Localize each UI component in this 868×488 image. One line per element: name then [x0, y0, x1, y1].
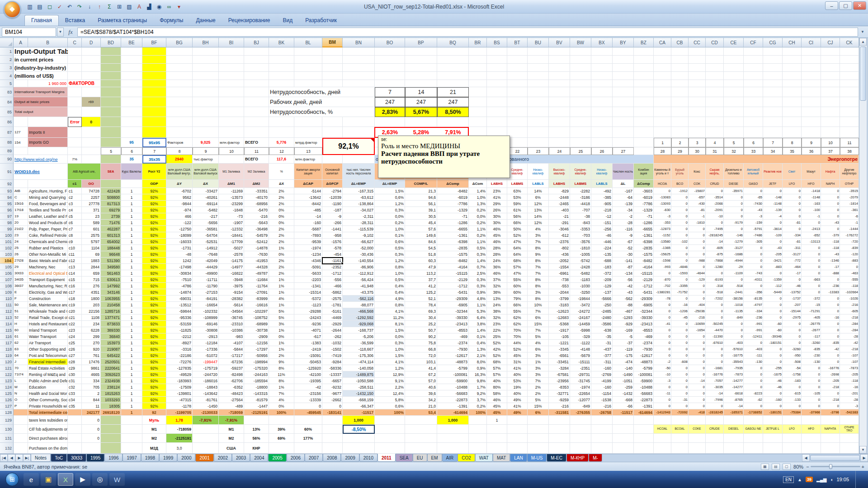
cell[interactable]: -12039 — [322, 194, 343, 201]
cell[interactable]: -4071 — [294, 327, 322, 333]
cell[interactable]: 5,776 — [269, 138, 294, 147]
row-header-89[interactable]: 89 — [0, 147, 14, 155]
cell[interactable]: 21,0 — [405, 403, 437, 409]
cell[interactable]: -3035 — [706, 384, 724, 390]
cell[interactable] — [101, 97, 121, 107]
cell[interactable]: 0 — [821, 327, 840, 333]
cell[interactable]: -356 — [744, 289, 763, 296]
cell[interactable]: -1 — [689, 213, 706, 220]
cell[interactable]: -119 — [613, 346, 634, 352]
cell[interactable]: -12617 — [437, 352, 469, 359]
cell[interactable]: 0 — [763, 220, 783, 226]
cell[interactable] — [101, 64, 121, 72]
cell[interactable] — [219, 47, 244, 56]
cell[interactable] — [634, 443, 654, 454]
cell[interactable]: -1 — [802, 213, 821, 220]
cell[interactable]: 18305 — [101, 403, 121, 409]
cell[interactable]: 1 — [121, 397, 142, 403]
cell[interactable]: -489 — [219, 403, 244, 409]
cell[interactable]: -835 — [821, 340, 840, 346]
cell[interactable]: -3472 — [570, 302, 591, 308]
cell[interactable]: -1712 — [322, 270, 343, 277]
cell[interactable]: -139801 — [166, 390, 193, 397]
cell[interactable]: -3421 — [763, 258, 783, 264]
cell[interactable]: -230 — [802, 352, 821, 359]
cell[interactable]: -5431 — [634, 289, 654, 296]
cell[interactable]: NAPHTA — [821, 425, 840, 434]
cell[interactable]: -10 — [654, 371, 671, 378]
column-header-BV[interactable]: BV — [549, 38, 570, 47]
cell[interactable] — [671, 107, 689, 117]
cell[interactable]: 21t22 — [14, 226, 28, 232]
cell[interactable]: -73 — [219, 213, 244, 220]
cell[interactable]: 57% — [507, 264, 528, 270]
cell[interactable]: 0 — [654, 270, 671, 277]
cell[interactable]: 0 — [671, 245, 689, 251]
cell[interactable]: 0,9% — [469, 365, 487, 371]
cell[interactable]: 92% — [142, 201, 166, 207]
cell[interactable] — [343, 155, 375, 164]
cell[interactable]: 9,025 — [193, 138, 219, 147]
cell[interactable]: 203 — [82, 302, 101, 308]
cell[interactable] — [689, 87, 706, 97]
cell[interactable]: -16 — [840, 384, 859, 390]
cell[interactable]: -1391 — [437, 403, 469, 409]
cell[interactable]: -8,50% — [343, 425, 375, 434]
cell[interactable]: -3586 — [591, 321, 613, 327]
cell[interactable]: -107 — [840, 352, 859, 359]
tab-scroll-last-icon[interactable]: ▶| — [23, 454, 31, 462]
scroll-down-icon[interactable]: ▼ — [859, 446, 867, 454]
cell[interactable]: 15t16 — [14, 201, 28, 207]
cell[interactable]: 0 — [802, 371, 821, 378]
cell[interactable]: -1712 — [634, 283, 654, 289]
cell[interactable]: AtB Agricult ure, — [68, 164, 101, 180]
cell[interactable]: HFO — [802, 425, 821, 434]
cell[interactable]: М2 Заливка — [244, 164, 269, 180]
cell[interactable]: -53159 — [166, 321, 193, 327]
cell[interactable]: -1005 — [570, 251, 591, 258]
cell[interactable]: 42% — [487, 346, 507, 352]
cell[interactable]: Нетрудоспособность, % — [269, 107, 375, 117]
cell[interactable]: -14 — [724, 403, 744, 409]
cell[interactable] — [82, 127, 101, 138]
cell[interactable]: 1,7% — [469, 384, 487, 390]
cell[interactable] — [689, 107, 706, 117]
cell[interactable]: -71 — [437, 213, 469, 220]
cell[interactable]: 96648 — [101, 251, 121, 258]
cell[interactable]: 26 — [14, 251, 28, 258]
cell[interactable] — [724, 56, 744, 64]
cell[interactable] — [375, 434, 405, 443]
cell[interactable]: -71 — [634, 213, 654, 220]
cell[interactable]: M — [14, 384, 28, 390]
cell[interactable] — [821, 107, 840, 117]
cell[interactable] — [783, 443, 802, 454]
cell[interactable] — [591, 47, 613, 56]
cell[interactable]: 817313 — [101, 201, 121, 207]
cell[interactable]: -839 — [840, 245, 859, 251]
cell[interactable] — [549, 117, 570, 127]
cell[interactable] — [405, 443, 437, 454]
cell[interactable]: -63,612 — [343, 194, 375, 201]
cell[interactable]: -49787 — [244, 270, 269, 277]
cell[interactable]: -5643 — [244, 220, 269, 226]
row-header-118[interactable]: 118 — [0, 346, 14, 352]
cell[interactable]: 0 — [322, 403, 343, 409]
cell[interactable]: -474,114 — [343, 359, 375, 365]
cell[interactable]: -13083 — [654, 194, 671, 201]
cell[interactable]: 0,5% — [375, 245, 405, 251]
cell[interactable]: -13093 — [654, 201, 671, 207]
cell[interactable]: in current prices — [14, 56, 68, 64]
cell[interactable]: 0 — [671, 251, 689, 258]
cell[interactable] — [689, 64, 706, 72]
cell[interactable]: -1183 — [570, 277, 591, 283]
cell[interactable]: c10 — [68, 245, 82, 251]
cell[interactable]: 1 — [121, 232, 142, 239]
cell[interactable]: -1286 — [634, 220, 654, 226]
cell[interactable]: -10659 — [689, 321, 706, 327]
cell[interactable]: -48 — [166, 251, 193, 258]
cell[interactable]: 25,2 — [405, 321, 437, 327]
cell[interactable]: -3355 — [671, 283, 689, 289]
cell[interactable]: 100% — [469, 409, 487, 416]
cell[interactable] — [724, 80, 744, 87]
cell[interactable]: -2465 — [549, 201, 570, 207]
